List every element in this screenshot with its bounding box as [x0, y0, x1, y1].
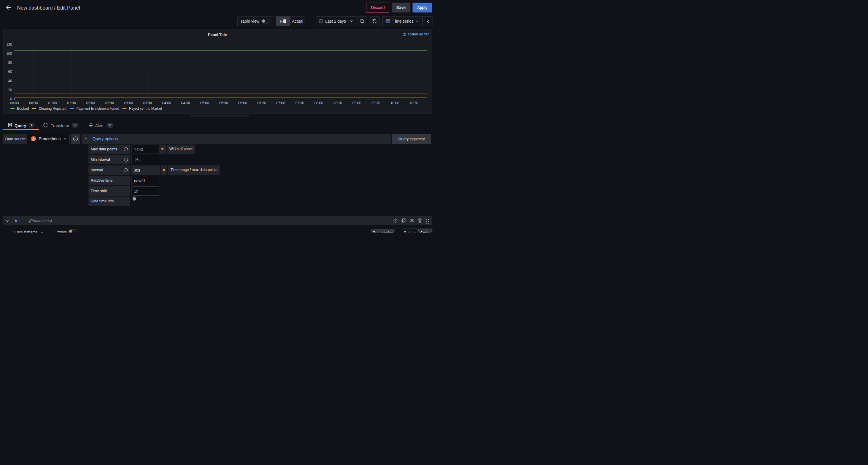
svg-text:60: 60 [8, 70, 12, 74]
svg-text:07:00: 07:00 [276, 101, 285, 105]
svg-text:08:30: 08:30 [333, 101, 342, 105]
svg-text:07:30: 07:30 [295, 101, 304, 105]
svg-text:06:30: 06:30 [257, 101, 266, 105]
svg-text:01:00: 01:00 [48, 101, 57, 105]
svg-text:10:30: 10:30 [409, 101, 418, 105]
svg-text:09:30: 09:30 [371, 101, 380, 105]
svg-text:00:00: 00:00 [10, 101, 19, 105]
svg-text:08:00: 08:00 [314, 101, 323, 105]
svg-text:20: 20 [8, 88, 12, 92]
svg-text:05:30: 05:30 [219, 101, 228, 105]
svg-text:04:00: 04:00 [162, 101, 171, 105]
svg-text:100: 100 [6, 51, 12, 55]
svg-text:00:30: 00:30 [29, 101, 38, 105]
svg-text:01:30: 01:30 [67, 101, 76, 105]
svg-text:10:00: 10:00 [390, 101, 399, 105]
svg-text:02:00: 02:00 [86, 101, 95, 105]
svg-text:0: 0 [10, 97, 12, 101]
svg-text:80: 80 [8, 61, 12, 65]
svg-text:03:30: 03:30 [143, 101, 152, 105]
svg-text:09:00: 09:00 [352, 101, 361, 105]
svg-text:120: 120 [6, 42, 12, 47]
svg-text:06:00: 06:00 [238, 101, 247, 105]
svg-text:04:30: 04:30 [181, 101, 190, 105]
svg-text:02:30: 02:30 [105, 101, 114, 105]
svg-text:03:00: 03:00 [124, 101, 133, 105]
svg-text:40: 40 [8, 79, 12, 83]
svg-text:05:00: 05:00 [200, 101, 209, 105]
